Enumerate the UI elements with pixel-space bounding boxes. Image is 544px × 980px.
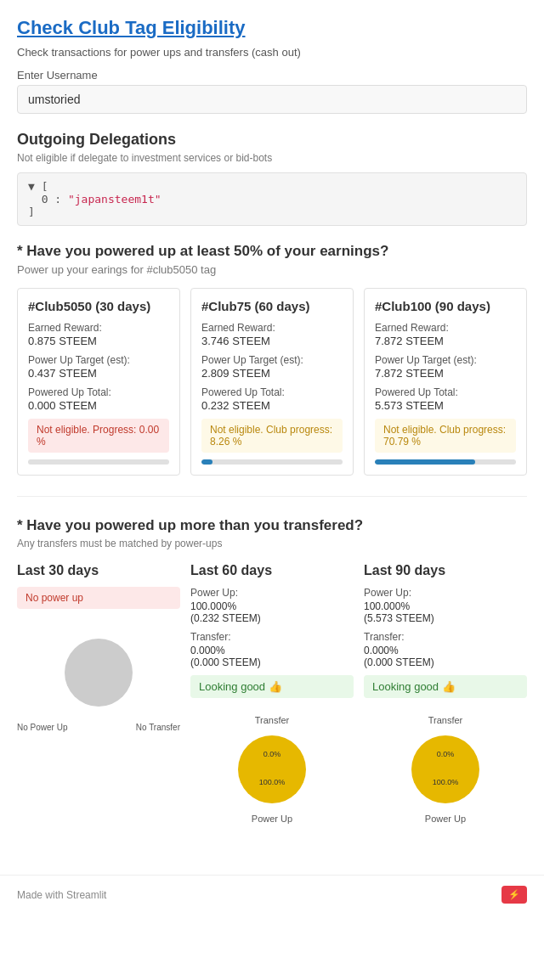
delegation-item-0: "japansteem1t" — [68, 193, 162, 206]
svg-text:100.0%: 100.0% — [433, 778, 459, 786]
club-75-powered-value: 0.232 STEEM — [201, 399, 343, 412]
club-75-target-value: 2.809 STEEM — [201, 367, 343, 380]
club-100-target-label: Power Up Target (est): — [375, 354, 516, 366]
period-90-title: Last 90 days — [364, 563, 527, 578]
looking-good-badge-90: Looking good 👍 — [364, 675, 527, 698]
club-100-powered-value: 5.573 STEEM — [375, 399, 516, 412]
club-100-powered-label: Powered Up Total: — [375, 386, 516, 398]
club-card-5050: #Club5050 (30 days) Earned Reward: 0.875… — [17, 288, 180, 476]
club-5050-target-label: Power Up Target (est): — [28, 354, 169, 366]
pie-chart-60: 0.0% 100.0% — [230, 727, 314, 812]
pie-90-bottom-label: Power Up — [425, 814, 466, 824]
club-75-earned-label: Earned Reward: — [201, 322, 343, 334]
period-90-tr-value: 0.000%(0.000 STEEM) — [364, 645, 527, 668]
page-title: Check Club Tag Eligibility — [17, 17, 527, 39]
looking-good-badge-60: Looking good 👍 — [190, 675, 354, 698]
period-90-tr-label: Transfer: — [364, 631, 527, 643]
period-60: Last 60 days Power Up: 100.000%(0.232 ST… — [190, 563, 354, 824]
club-5050-title: #Club5050 (30 days) — [28, 299, 169, 313]
period-90-pu-label: Power Up: — [364, 587, 527, 599]
powerup-note: Power up your earings for #club5050 tag — [17, 263, 527, 276]
pie-30-right-label: No Transfer — [136, 723, 180, 732]
pie-60-bottom-label: Power Up — [252, 814, 292, 824]
club-75-earned-value: 3.746 STEEM — [201, 335, 343, 347]
club-5050-earned-value: 0.875 STEEM — [28, 335, 169, 347]
username-label: Enter Username — [17, 69, 527, 82]
club-100-title: #Club100 (90 days) — [375, 299, 516, 313]
club-100-progress-track — [375, 459, 516, 465]
pie-chart-30 — [52, 626, 145, 719]
pie-chart-90: 0.0% 100.0% — [403, 727, 488, 812]
delegations-title: Outgoing Delegations — [17, 131, 527, 149]
club-card-75: #Club75 (60 days) Earned Reward: 3.746 S… — [190, 288, 354, 476]
club-100-earned-label: Earned Reward: — [375, 322, 516, 334]
svg-text:0.0%: 0.0% — [264, 750, 281, 758]
club-100-target-value: 7.872 STEEM — [375, 367, 516, 380]
username-input[interactable] — [17, 85, 527, 114]
period-30-title: Last 30 days — [17, 563, 180, 578]
pie-30: No Power Up No Transfer — [17, 626, 180, 732]
svg-point-1 — [238, 735, 306, 803]
section-divider-1 — [17, 496, 527, 497]
club-5050-earned-label: Earned Reward: — [28, 322, 169, 334]
club-5050-progress-track — [28, 459, 169, 465]
streamlit-badge[interactable]: ⚡ — [502, 886, 527, 904]
clubs-grid: #Club5050 (30 days) Earned Reward: 0.875… — [17, 288, 527, 476]
club-5050-status: Not eligible. Progress: 0.00 % — [28, 419, 169, 453]
svg-text:0.0%: 0.0% — [437, 750, 455, 758]
club-75-title: #Club75 (60 days) — [201, 299, 343, 313]
svg-point-4 — [411, 735, 479, 803]
period-60-tr-label: Transfer: — [190, 631, 354, 643]
pie-60-top-label: Transfer — [255, 715, 290, 725]
period-60-pu-value: 100.000%(0.232 STEEM) — [190, 600, 354, 624]
club-100-progress-fill — [375, 459, 475, 465]
pie-30-left-label: No Power Up — [17, 723, 67, 732]
club-75-powered-label: Powered Up Total: — [201, 386, 343, 398]
club-5050-powered-value: 0.000 STEEM — [28, 399, 169, 412]
periods-grid: Last 30 days No power up No Power Up No … — [17, 563, 527, 824]
delegation-box: ▼ [ 0 : "japansteem1t" ] — [17, 172, 527, 226]
delegations-note: Not eligible if delegate to investment s… — [17, 152, 527, 164]
transfer-question: * Have you powered up more than you tran… — [17, 517, 527, 534]
club-75-progress-fill — [201, 459, 212, 465]
period-90-pu-value: 100.000%(5.573 STEEM) — [364, 600, 527, 624]
pie-60: Transfer 0.0% 100.0% Power Up — [190, 715, 354, 824]
footer: Made with Streamlit ⚡ — [0, 875, 544, 914]
club-card-100: #Club100 (90 days) Earned Reward: 7.872 … — [364, 288, 527, 476]
streamlit-icon: ⚡ — [508, 889, 520, 900]
svg-point-0 — [65, 639, 133, 707]
period-90: Last 90 days Power Up: 100.000%(5.573 ST… — [364, 563, 527, 824]
club-75-progress-track — [201, 459, 343, 465]
club-5050-target-value: 0.437 STEEM — [28, 367, 169, 380]
transfer-note: Any transfers must be matched by power-u… — [17, 538, 527, 549]
period-60-title: Last 60 days — [190, 563, 354, 578]
pie-90-top-label: Transfer — [428, 715, 463, 725]
no-power-badge-30: No power up — [17, 587, 180, 609]
period-60-pu-label: Power Up: — [190, 587, 354, 599]
club-75-status: Not eligible. Club progress: 8.26 % — [201, 419, 343, 453]
club-5050-powered-label: Powered Up Total: — [28, 386, 169, 398]
powerup-question: * Have you powered up at least 50% of yo… — [17, 243, 527, 260]
club-100-earned-value: 7.872 STEEM — [375, 335, 516, 347]
club-75-target-label: Power Up Target (est): — [201, 354, 343, 366]
page-subtitle: Check transactions for power ups and tra… — [17, 46, 527, 59]
period-30: Last 30 days No power up No Power Up No … — [17, 563, 180, 824]
svg-text:100.0%: 100.0% — [259, 778, 286, 786]
pie-90: Transfer 0.0% 100.0% Power Up — [364, 715, 527, 824]
footer-text: Made with Streamlit — [17, 889, 106, 901]
club-100-status: Not eligible. Club progress: 70.79 % — [375, 419, 516, 453]
period-60-tr-value: 0.000%(0.000 STEEM) — [190, 645, 354, 668]
